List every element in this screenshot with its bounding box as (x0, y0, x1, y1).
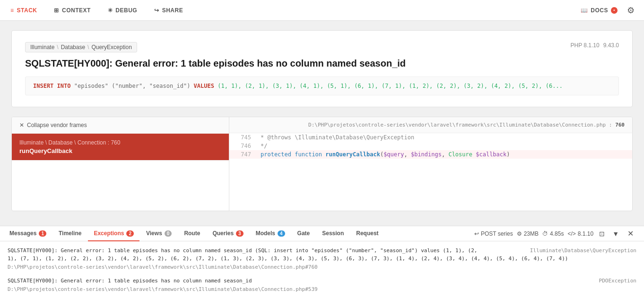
tab-request-label: Request (356, 230, 378, 237)
docs-link[interactable]: 📖 DOCS • (581, 7, 618, 14)
tab-request[interactable]: Request (350, 226, 384, 241)
docs-label: DOCS (591, 7, 608, 14)
close-icon: ✕ (19, 122, 24, 128)
settings-button[interactable]: ⚙ (625, 3, 636, 17)
chevron-down-button[interactable]: ▼ (610, 229, 621, 238)
exception-entry-1: Illuminate\Database\QueryException SQLST… (8, 247, 636, 272)
exc-msg-2: SQLSTATE[HY000]: General error: 1 table … (8, 277, 636, 285)
tab-queries[interactable]: Queries 3 (207, 226, 249, 241)
tab-queries-badge: 3 (236, 230, 244, 237)
docs-badge: • (611, 7, 618, 14)
exception-message: SQLSTATE[HY000]: General error: 1 table … (25, 58, 619, 69)
expand-button[interactable]: ⊡ (597, 229, 607, 238)
exc-path-2: D:\PHP\projetos\controle-series\vendor\l… (8, 286, 636, 287)
tab-timeline[interactable]: Timeline (53, 226, 87, 241)
tab-exceptions-label: Exceptions (94, 230, 124, 237)
exception-entry-2: PDOException SQLSTATE[HY000]: General er… (8, 277, 636, 287)
tab-models-label: Models (256, 230, 275, 237)
tab-models-badge: 4 (278, 230, 285, 237)
stack-frames: ✕ Collapse vendor frames Illuminate \ Da… (12, 117, 229, 211)
exception-class: Illuminate \ Database \ QueryException (25, 42, 137, 52)
share-label: SHARE (162, 7, 183, 14)
frame-method: runQueryCallback (19, 147, 221, 154)
context-label: CONTEXT (62, 7, 91, 14)
nav-context[interactable]: ⊞ CONTEXT (51, 5, 93, 16)
memory-info: ⚙ 23MB (517, 230, 539, 237)
nav-right: 📖 DOCS • ⚙ (581, 3, 636, 17)
code-line-747: 747 protected function runQueryCallback(… (229, 150, 632, 159)
tab-messages[interactable]: Messages 1 (4, 226, 52, 241)
tab-messages-badge: 1 (39, 230, 46, 237)
tab-session[interactable]: Session (316, 226, 349, 241)
exc-type-2: PDOException (599, 277, 636, 285)
tab-timeline-label: Timeline (59, 230, 81, 237)
close-bottom-button[interactable]: ✕ (625, 228, 636, 239)
code-viewer-panel: D:\PHP\projetos\controle-series\vendor\l… (229, 117, 632, 211)
tab-exceptions[interactable]: Exceptions 2 (88, 226, 139, 241)
tab-queries-label: Queries (212, 230, 234, 237)
stack-area: ✕ Collapse vendor frames Illuminate \ Da… (11, 117, 633, 211)
frame-class: Illuminate \ Database \ Connection : 760 (19, 139, 221, 146)
stack-icon: ≡ (10, 7, 14, 14)
collapse-label: Collapse vendor frames (27, 122, 87, 128)
tab-views-badge: 0 (165, 230, 172, 237)
tab-route[interactable]: Route (178, 226, 206, 241)
frame-item-active[interactable]: Illuminate \ Database \ Connection : 760… (12, 134, 229, 161)
bottom-bar: Messages 1 Timeline Exceptions 2 Views 0… (0, 226, 644, 287)
tab-gate[interactable]: Gate (292, 226, 316, 241)
nav-stack[interactable]: ≡ STACK (8, 5, 40, 16)
code-viewer: 745 * @throws \Illuminate\Database\Query… (229, 133, 632, 159)
tab-models[interactable]: Models 4 (250, 226, 291, 241)
tab-gate-label: Gate (297, 230, 310, 237)
collapse-vendor-button[interactable]: ✕ Collapse vendor frames (12, 117, 229, 134)
class-part-1: Illuminate (30, 44, 54, 51)
bottom-tab-actions: ↩ POST series ⚙ 23MB ⏱ 4.85s </> 8.1.10 … (474, 228, 640, 239)
sql-code: INSERT INTO "episodes" ("number", "seaso… (25, 77, 619, 95)
tab-session-label: Session (322, 230, 344, 237)
nav-share[interactable]: ↪ SHARE (151, 5, 186, 16)
share-icon: ↪ (154, 7, 159, 14)
php-info: </> 8.1.10 (567, 230, 593, 237)
exc-type-1: Illuminate\Database\QueryException (530, 247, 636, 255)
context-icon: ⊞ (54, 7, 59, 14)
line-number: 760 (615, 122, 625, 128)
bottom-tabs: Messages 1 Timeline Exceptions 2 Views 0… (0, 226, 644, 241)
tab-exceptions-badge: 2 (126, 230, 134, 237)
exc-path-1: D:\PHP\projetos\controle-series\vendor\l… (8, 264, 636, 272)
top-nav: ≡ STACK ⊞ CONTEXT ✳ DEBUG ↪ SHARE 📖 DOCS… (0, 0, 644, 21)
debug-label: DEBUG (115, 7, 137, 14)
version-info: PHP 8.1.10 9.43.0 (570, 42, 619, 49)
tab-views[interactable]: Views 0 (140, 226, 177, 241)
code-line-746: 746 */ (229, 142, 632, 150)
nav-debug[interactable]: ✳ DEBUG (105, 5, 140, 16)
ignition-ver: 9.43.0 (603, 42, 619, 49)
exception-card: Illuminate \ Database \ QueryException P… (11, 30, 633, 107)
method-info: ↩ POST series (474, 230, 513, 237)
bottom-content: Illuminate\Database\QueryException SQLST… (0, 241, 644, 287)
tab-messages-label: Messages (9, 230, 36, 237)
file-path-text: D:\PHP\projetos\controle-series\vendor\l… (308, 122, 606, 128)
tab-route-label: Route (184, 230, 200, 237)
class-part-2: Database (61, 44, 85, 51)
line-separator: : (609, 122, 615, 128)
code-line-745: 745 * @throws \Illuminate\Database\Query… (229, 133, 632, 142)
class-part-3: QueryException (91, 44, 131, 51)
php-ver: PHP 8.1.10 (570, 42, 599, 49)
stack-label: STACK (17, 7, 37, 14)
tab-views-label: Views (146, 230, 162, 237)
file-path: D:\PHP\projetos\controle-series\vendor\l… (229, 117, 632, 133)
debug-icon: ✳ (108, 7, 113, 14)
time-info: ⏱ 4.85s (542, 230, 564, 237)
book-icon: 📖 (581, 7, 588, 14)
